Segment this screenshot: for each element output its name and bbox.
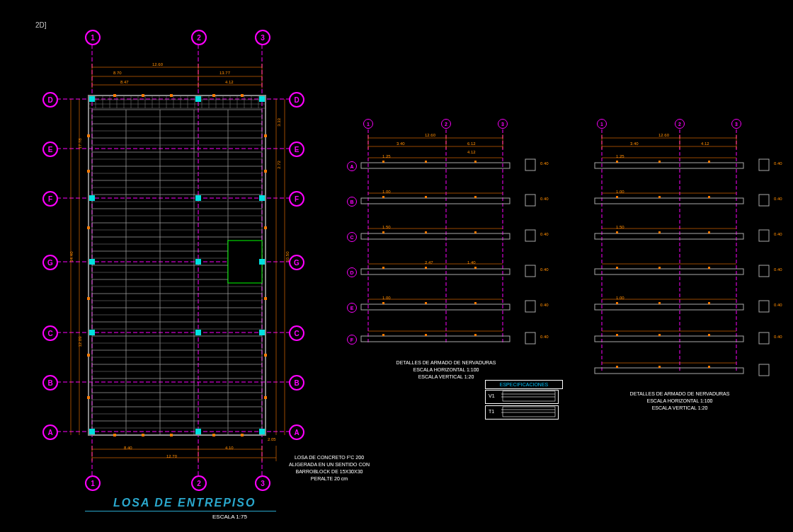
svg-rect-239 (503, 391, 555, 401)
svg-rect-92 (89, 96, 95, 102)
secA-rowF: F (347, 335, 357, 345)
svg-rect-204 (708, 196, 710, 198)
grid-bubble-row-A-r: A (289, 424, 304, 440)
svg-rect-168 (474, 302, 477, 304)
spec-v1: V1 (489, 393, 495, 398)
dim-bot-tot: 12.70 (166, 454, 177, 458)
svg-rect-117 (87, 134, 90, 137)
secA-s-4: 0.40 (540, 303, 549, 307)
svg-rect-193 (595, 198, 743, 204)
secB-s-2: 0.40 (774, 232, 782, 236)
dim-bot-ext: 2.05 (268, 437, 276, 441)
svg-rect-166 (382, 302, 384, 304)
svg-rect-109 (170, 94, 173, 97)
grid-bubble-row-A-l: A (42, 424, 58, 440)
svg-rect-154 (382, 161, 384, 163)
svg-rect-94 (259, 96, 265, 102)
svg-rect-211 (616, 302, 618, 304)
secA-d-r2: 1.50 (382, 225, 391, 229)
secB-d-r5: 1.00 (616, 296, 624, 300)
dim-bot-d1: 8.40 (124, 446, 132, 450)
svg-rect-151 (361, 269, 510, 274)
svg-rect-162 (474, 231, 477, 233)
secA-top-total: 12.60 (425, 133, 435, 137)
svg-rect-214 (616, 334, 618, 336)
svg-rect-159 (474, 196, 477, 198)
svg-rect-96 (195, 195, 201, 201)
svg-rect-97 (259, 195, 265, 201)
svg-rect-128 (264, 396, 267, 399)
grid-bubble-row-C-l: C (42, 325, 58, 341)
svg-rect-107 (113, 94, 116, 97)
svg-rect-124 (264, 170, 267, 173)
secB-top-sub2: 4.12 (701, 141, 709, 146)
svg-rect-174 (525, 230, 535, 241)
secA-top-left: 3.40 (396, 141, 405, 146)
grid-bubble-row-E-r: E (289, 141, 304, 157)
svg-rect-108 (142, 94, 144, 97)
svg-rect-163 (382, 267, 384, 269)
svg-rect-207 (708, 231, 710, 233)
svg-rect-161 (425, 231, 427, 233)
svg-rect-170 (425, 334, 427, 336)
grid-bubble-row-B-r: B (289, 375, 304, 391)
grid-bubble-col-3-bot: 3 (255, 475, 270, 491)
svg-rect-202 (616, 196, 618, 198)
sections-a-svg (340, 124, 552, 357)
secA-d-r4: 1.40 (467, 260, 476, 265)
svg-rect-219 (708, 366, 710, 368)
drawing-scale: ESCALA 1:75 (212, 514, 247, 520)
svg-rect-160 (382, 231, 384, 233)
svg-rect-201 (708, 161, 710, 163)
svg-rect-172 (525, 159, 535, 170)
svg-rect-167 (425, 302, 427, 304)
dim-top-sub2: 4.12 (225, 80, 234, 84)
svg-rect-149 (361, 198, 510, 204)
secB-top-left: 3.40 (630, 141, 639, 146)
svg-rect-206 (658, 231, 661, 233)
svg-rect-113 (142, 434, 144, 436)
svg-rect-171 (474, 334, 477, 336)
svg-rect-205 (616, 231, 618, 233)
svg-rect-177 (525, 332, 535, 344)
title-underline (85, 511, 276, 511)
svg-rect-213 (708, 302, 710, 304)
svg-rect-200 (658, 161, 661, 163)
svg-rect-100 (259, 259, 265, 265)
svg-rect-164 (425, 267, 427, 269)
svg-rect-99 (195, 259, 201, 265)
secA-d-r0: 1.25 (382, 154, 391, 158)
svg-rect-150 (361, 233, 510, 239)
svg-rect-224 (759, 301, 769, 312)
svg-rect-221 (759, 195, 769, 206)
svg-rect-173 (525, 195, 535, 206)
cad-canvas[interactable]: 2D] (0, 0, 793, 532)
secB-col3: 3 (731, 119, 741, 129)
secA-rowA: A (347, 161, 357, 171)
secB-s-1: 0.40 (774, 197, 782, 201)
svg-rect-220 (759, 159, 769, 170)
secA-title: DETALLES DE ARMADO DE NERVADURAS ESCALA … (375, 359, 517, 381)
secA-d-r3: 2.47 (425, 260, 433, 265)
slab-plan-svg (50, 28, 319, 495)
svg-rect-153 (361, 336, 510, 342)
svg-rect-208 (616, 267, 618, 269)
secA-col3: 3 (498, 119, 508, 129)
grid-bubble-row-E-l: E (42, 141, 58, 157)
secA-d-r1: 1.00 (382, 190, 391, 194)
svg-rect-197 (595, 336, 743, 342)
slab-note: LOSA DE CONCRETO F'C 200 ALIGERADA EN UN… (280, 454, 379, 482)
svg-rect-225 (759, 332, 769, 344)
secA-top-right: 6.12 (467, 141, 476, 146)
dim-left-d1: 17.78 (78, 138, 82, 149)
secA-rowD: D (347, 267, 357, 277)
svg-rect-95 (89, 195, 95, 201)
svg-rect-11 (89, 96, 266, 108)
grid-bubble-col-1-bot: 1 (85, 475, 101, 491)
svg-rect-156 (474, 161, 477, 163)
dim-right-d1: 3.33 (277, 118, 281, 127)
svg-rect-114 (170, 434, 173, 436)
dim-top-total: 12.60 (152, 62, 163, 66)
svg-rect-199 (616, 161, 618, 163)
grid-bubble-row-C-r: C (289, 325, 304, 341)
